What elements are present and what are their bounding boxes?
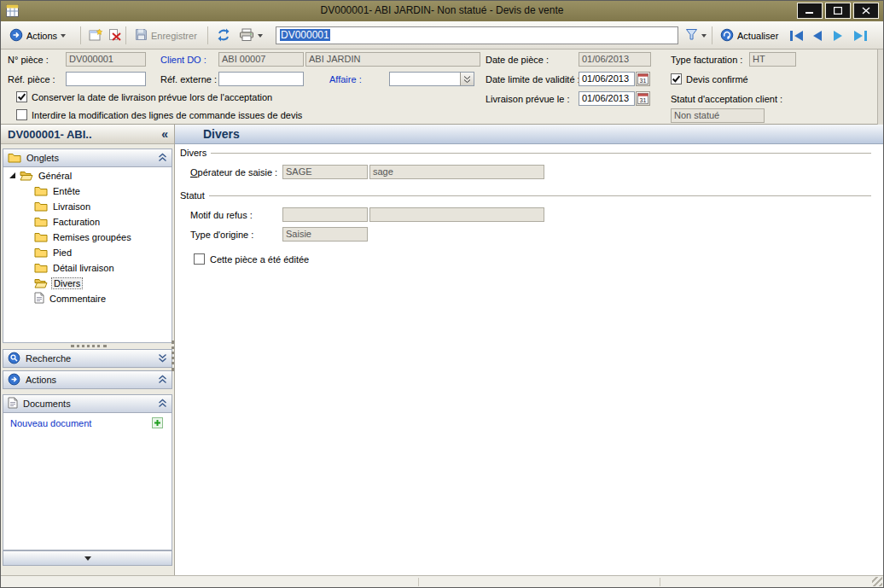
affaire-select[interactable] xyxy=(389,72,474,86)
panel-documents-label: Documents xyxy=(23,399,153,409)
interdire-checkbox[interactable] xyxy=(16,109,27,120)
toolbar-separator xyxy=(80,26,81,44)
panel-onglets-label: Onglets xyxy=(26,153,153,163)
chevron-up-icon[interactable] xyxy=(158,399,167,410)
piece-editee-checkbox[interactable] xyxy=(194,253,205,265)
client-do-label[interactable]: Client DO : xyxy=(160,55,206,65)
devis-confirme-checkbox[interactable] xyxy=(671,73,682,84)
conserver-checkbox[interactable] xyxy=(16,91,27,102)
num-piece-label: N° pièce : xyxy=(8,55,49,65)
tree-item-commentaire[interactable]: Commentaire xyxy=(34,291,108,306)
document-ref-value: DV000001 xyxy=(280,29,330,41)
folder-icon xyxy=(34,216,48,229)
tree-item-entete[interactable]: Entête xyxy=(34,183,82,199)
filter-button[interactable] xyxy=(681,26,711,45)
ref-piece-input[interactable] xyxy=(66,72,146,86)
motif-refus-name-field xyxy=(369,207,544,222)
filter-icon xyxy=(685,28,698,43)
ref-piece-label: Réf. pièce : xyxy=(8,74,55,84)
group-statut-label: Statut xyxy=(180,190,205,201)
actions-icon xyxy=(9,28,23,44)
add-document-icon[interactable] xyxy=(152,417,163,430)
tree-item-remises-groupees[interactable]: Remises groupées xyxy=(34,230,133,245)
sidebar-overflow-button[interactable] xyxy=(3,550,172,566)
save-button[interactable]: Enregistrer xyxy=(131,26,201,45)
chevron-up-icon[interactable] xyxy=(158,153,167,164)
panel-resize-handle[interactable] xyxy=(71,345,107,347)
next-record-button[interactable] xyxy=(827,26,849,45)
new-icon xyxy=(89,28,103,44)
printer-icon xyxy=(239,28,254,44)
refresh-label: Actualiser xyxy=(737,31,778,41)
panel-actions-header[interactable]: Actions xyxy=(3,370,172,389)
num-piece-field: DV000001 xyxy=(66,52,146,67)
window-title: DV000001- ABI JARDIN- Non statué - Devis… xyxy=(1,4,883,16)
livraison-calendar-button[interactable]: 31 xyxy=(636,91,650,106)
actions-dropdown-icon xyxy=(61,34,66,38)
close-button[interactable] xyxy=(853,3,879,19)
sidebar-title-text: DV000001- ABI.. xyxy=(8,128,92,141)
splitter-handle[interactable] xyxy=(172,341,174,371)
refresh-button[interactable]: Actualiser xyxy=(716,26,782,45)
actions-menu-button[interactable]: Actions xyxy=(5,26,70,45)
tree-item-detail-livraison[interactable]: Détail livraison xyxy=(34,260,116,276)
panel-recherche-header[interactable]: Recherche xyxy=(3,349,172,368)
interdire-label: Interdire la modification des lignes de … xyxy=(32,110,302,120)
devis-confirme-label: Devis confirmé xyxy=(686,74,748,84)
duplicate-button[interactable] xyxy=(212,26,235,45)
tree-item-divers[interactable]: Divers xyxy=(34,276,83,291)
page-title: Divers xyxy=(175,125,883,144)
type-origine-label: Type d'origine : xyxy=(190,230,253,240)
header-scrollbar[interactable] xyxy=(877,49,883,125)
ref-externe-input[interactable] xyxy=(218,72,304,86)
svg-text:31: 31 xyxy=(640,97,647,103)
document-icon xyxy=(34,292,44,306)
date-limite-input[interactable]: 01/06/2013 xyxy=(579,72,635,86)
chevron-up-icon[interactable] xyxy=(158,375,167,386)
statut-acceptation-field: Non statué xyxy=(671,108,765,123)
sidebar-title: DV000001- ABI.. « xyxy=(1,125,174,144)
piece-editee-label: Cette pièce a été éditée xyxy=(210,254,309,265)
maximize-button[interactable] xyxy=(825,3,851,19)
title-bar: DV000001- ABI JARDIN- Non statué - Devis… xyxy=(1,1,883,21)
panel-onglets-header[interactable]: Onglets xyxy=(3,148,172,167)
group-statut: Statut xyxy=(180,190,871,201)
actions-icon xyxy=(8,373,20,387)
chevron-down-icon[interactable] xyxy=(158,353,167,364)
tree-item-pied[interactable]: Pied xyxy=(34,245,73,260)
last-record-button[interactable] xyxy=(847,26,873,45)
type-origine-field: Saisie xyxy=(282,227,368,242)
collapse-sidebar-icon[interactable]: « xyxy=(161,125,168,144)
affaire-label[interactable]: Affaire : xyxy=(329,74,362,84)
tree-item-livraison[interactable]: Livraison xyxy=(34,199,92,214)
group-divers: Divers xyxy=(180,148,871,158)
resize-grip[interactable] xyxy=(872,577,882,586)
main-content: Divers Divers Opérateur de saisie : SAGE… xyxy=(175,125,883,575)
print-button[interactable] xyxy=(235,26,267,45)
folder-open-icon xyxy=(20,170,33,183)
panel-documents-header[interactable]: Documents xyxy=(3,394,172,413)
new-document-link[interactable]: Nouveau document xyxy=(10,418,91,428)
minimize-button[interactable] xyxy=(797,3,823,19)
toolbar-separator xyxy=(712,26,712,44)
statusbar-divider xyxy=(660,578,660,586)
conserver-label: Conserver la date de livraison prévue lo… xyxy=(32,92,272,102)
folder-icon xyxy=(34,262,48,275)
group-divers-label: Divers xyxy=(180,148,206,158)
tree-item-facturation[interactable]: Facturation xyxy=(34,214,102,230)
delete-document-button[interactable] xyxy=(104,26,126,45)
client-name-field: ABI JARDIN xyxy=(305,52,480,67)
toolbar-separator xyxy=(125,26,126,44)
expander-icon[interactable] xyxy=(9,171,16,181)
previous-record-button[interactable] xyxy=(806,26,829,45)
combo-dropdown-icon[interactable] xyxy=(460,73,474,85)
folder-icon xyxy=(34,201,48,213)
tree-item-general[interactable]: Général xyxy=(9,168,73,183)
document-icon xyxy=(8,397,18,410)
date-limite-calendar-button[interactable]: 31 xyxy=(636,72,650,86)
sync-icon xyxy=(217,28,230,44)
document-ref-input[interactable]: DV000001 xyxy=(276,26,678,44)
livraison-input[interactable]: 01/06/2013 xyxy=(579,91,635,106)
client-code-field: ABI 00007 xyxy=(218,52,304,67)
date-piece-field: 01/06/2013 xyxy=(579,52,651,67)
